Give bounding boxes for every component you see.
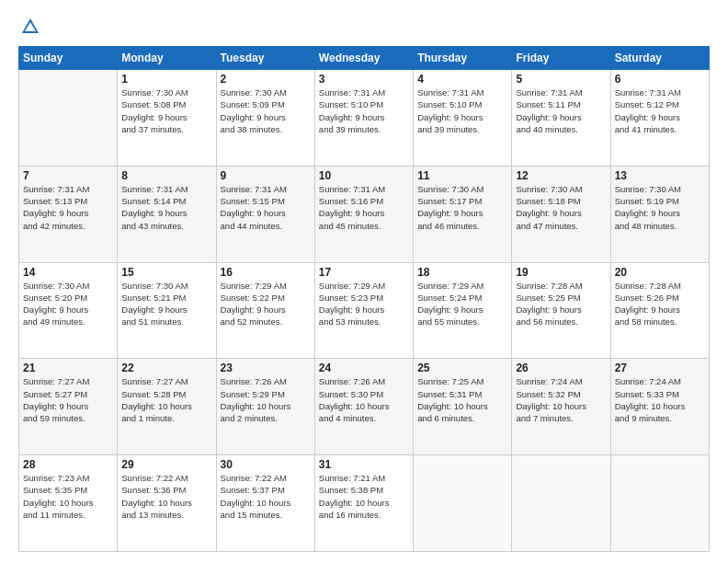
day-info: Sunrise: 7:31 AMSunset: 5:10 PMDaylight:… — [417, 86, 507, 135]
calendar-cell: 10Sunrise: 7:31 AMSunset: 5:16 PMDayligh… — [314, 166, 413, 262]
calendar-cell: 26Sunrise: 7:24 AMSunset: 5:32 PMDayligh… — [512, 359, 610, 455]
calendar-cell: 3Sunrise: 7:31 AMSunset: 5:10 PMDaylight… — [314, 70, 413, 167]
calendar-cell: 9Sunrise: 7:31 AMSunset: 5:15 PMDaylight… — [216, 166, 314, 262]
day-number: 28 — [23, 458, 113, 471]
day-number: 16 — [221, 266, 311, 279]
logo — [18, 17, 40, 37]
calendar-cell: 31Sunrise: 7:21 AMSunset: 5:38 PMDayligh… — [314, 455, 413, 552]
day-number: 31 — [319, 458, 409, 471]
header-day-sunday: Sunday — [19, 47, 118, 70]
day-info: Sunrise: 7:31 AMSunset: 5:14 PMDaylight:… — [121, 183, 211, 232]
day-info: Sunrise: 7:31 AMSunset: 5:12 PMDaylight:… — [615, 86, 705, 135]
day-info: Sunrise: 7:30 AMSunset: 5:19 PMDaylight:… — [615, 183, 705, 232]
day-number: 1 — [121, 73, 211, 86]
calendar-cell: 20Sunrise: 7:28 AMSunset: 5:26 PMDayligh… — [610, 262, 709, 359]
calendar-cell: 14Sunrise: 7:30 AMSunset: 5:20 PMDayligh… — [19, 262, 118, 359]
day-info: Sunrise: 7:29 AMSunset: 5:23 PMDaylight:… — [319, 280, 409, 328]
day-number: 2 — [221, 73, 311, 86]
day-number: 20 — [615, 266, 705, 279]
day-info: Sunrise: 7:26 AMSunset: 5:30 PMDaylight:… — [319, 375, 409, 424]
header-day-wednesday: Wednesday — [314, 47, 413, 70]
day-info: Sunrise: 7:31 AMSunset: 5:15 PMDaylight:… — [221, 183, 311, 232]
day-number: 29 — [121, 458, 211, 471]
day-info: Sunrise: 7:24 AMSunset: 5:33 PMDaylight:… — [615, 375, 705, 424]
day-number: 12 — [516, 169, 606, 182]
calendar-cell: 13Sunrise: 7:30 AMSunset: 5:19 PMDayligh… — [610, 166, 709, 262]
day-number: 22 — [121, 362, 211, 374]
day-number: 24 — [319, 362, 409, 374]
header — [18, 17, 710, 37]
header-day-friday: Friday — [512, 47, 610, 70]
day-info: Sunrise: 7:31 AMSunset: 5:10 PMDaylight:… — [319, 86, 409, 135]
day-info: Sunrise: 7:27 AMSunset: 5:28 PMDaylight:… — [121, 375, 211, 424]
day-info: Sunrise: 7:31 AMSunset: 5:16 PMDaylight:… — [319, 183, 409, 232]
day-number: 9 — [221, 169, 311, 182]
day-number: 7 — [23, 169, 113, 182]
calendar-cell: 17Sunrise: 7:29 AMSunset: 5:23 PMDayligh… — [314, 262, 413, 359]
day-info: Sunrise: 7:26 AMSunset: 5:29 PMDaylight:… — [221, 375, 311, 424]
calendar-cell: 15Sunrise: 7:30 AMSunset: 5:21 PMDayligh… — [118, 262, 216, 359]
day-number: 4 — [417, 73, 507, 86]
day-info: Sunrise: 7:22 AMSunset: 5:37 PMDaylight:… — [221, 472, 311, 521]
day-info: Sunrise: 7:30 AMSunset: 5:21 PMDaylight:… — [121, 280, 211, 328]
day-info: Sunrise: 7:31 AMSunset: 5:11 PMDaylight:… — [516, 86, 606, 135]
calendar-cell — [414, 455, 512, 552]
calendar-week-3: 14Sunrise: 7:30 AMSunset: 5:20 PMDayligh… — [19, 262, 710, 359]
calendar-cell: 18Sunrise: 7:29 AMSunset: 5:24 PMDayligh… — [414, 262, 512, 359]
day-info: Sunrise: 7:30 AMSunset: 5:18 PMDaylight:… — [516, 183, 606, 232]
calendar-cell: 21Sunrise: 7:27 AMSunset: 5:27 PMDayligh… — [19, 359, 118, 455]
calendar-cell: 27Sunrise: 7:24 AMSunset: 5:33 PMDayligh… — [610, 359, 709, 455]
day-info: Sunrise: 7:25 AMSunset: 5:31 PMDaylight:… — [417, 375, 507, 424]
calendar-cell: 8Sunrise: 7:31 AMSunset: 5:14 PMDaylight… — [118, 166, 216, 262]
calendar-cell — [610, 455, 709, 552]
day-number: 18 — [417, 266, 507, 279]
calendar-cell: 4Sunrise: 7:31 AMSunset: 5:10 PMDaylight… — [414, 70, 512, 167]
header-day-tuesday: Tuesday — [216, 47, 314, 70]
day-number: 23 — [221, 362, 311, 374]
day-number: 5 — [516, 73, 606, 86]
calendar-cell: 16Sunrise: 7:29 AMSunset: 5:22 PMDayligh… — [216, 262, 314, 359]
calendar-cell: 1Sunrise: 7:30 AMSunset: 5:08 PMDaylight… — [118, 70, 216, 167]
calendar-cell: 25Sunrise: 7:25 AMSunset: 5:31 PMDayligh… — [414, 359, 512, 455]
header-day-thursday: Thursday — [414, 47, 512, 70]
calendar-cell: 7Sunrise: 7:31 AMSunset: 5:13 PMDaylight… — [19, 166, 118, 262]
day-number: 15 — [121, 266, 211, 279]
day-info: Sunrise: 7:30 AMSunset: 5:08 PMDaylight:… — [121, 86, 211, 135]
calendar-cell: 5Sunrise: 7:31 AMSunset: 5:11 PMDaylight… — [512, 70, 610, 167]
day-info: Sunrise: 7:24 AMSunset: 5:32 PMDaylight:… — [516, 375, 606, 424]
calendar-cell: 12Sunrise: 7:30 AMSunset: 5:18 PMDayligh… — [512, 166, 610, 262]
day-number: 19 — [516, 266, 606, 279]
day-info: Sunrise: 7:30 AMSunset: 5:09 PMDaylight:… — [221, 86, 311, 135]
calendar-cell: 28Sunrise: 7:23 AMSunset: 5:35 PMDayligh… — [19, 455, 118, 552]
calendar-cell — [19, 70, 118, 167]
day-number: 10 — [319, 169, 409, 182]
day-info: Sunrise: 7:31 AMSunset: 5:13 PMDaylight:… — [23, 183, 113, 232]
calendar-cell: 22Sunrise: 7:27 AMSunset: 5:28 PMDayligh… — [118, 359, 216, 455]
calendar-cell: 30Sunrise: 7:22 AMSunset: 5:37 PMDayligh… — [216, 455, 314, 552]
day-number: 6 — [615, 73, 705, 86]
day-number: 25 — [417, 362, 507, 374]
calendar-cell: 24Sunrise: 7:26 AMSunset: 5:30 PMDayligh… — [314, 359, 413, 455]
day-number: 8 — [121, 169, 211, 182]
calendar-week-4: 21Sunrise: 7:27 AMSunset: 5:27 PMDayligh… — [19, 359, 710, 455]
calendar-week-2: 7Sunrise: 7:31 AMSunset: 5:13 PMDaylight… — [19, 166, 710, 262]
calendar-cell: 11Sunrise: 7:30 AMSunset: 5:17 PMDayligh… — [414, 166, 512, 262]
day-info: Sunrise: 7:22 AMSunset: 5:36 PMDaylight:… — [121, 472, 211, 521]
day-info: Sunrise: 7:21 AMSunset: 5:38 PMDaylight:… — [319, 472, 409, 521]
day-info: Sunrise: 7:28 AMSunset: 5:25 PMDaylight:… — [516, 280, 606, 328]
calendar-cell — [512, 455, 610, 552]
day-number: 3 — [319, 73, 409, 86]
day-number: 26 — [516, 362, 606, 374]
page: SundayMondayTuesdayWednesdayThursdayFrid… — [0, 0, 728, 563]
calendar-cell: 23Sunrise: 7:26 AMSunset: 5:29 PMDayligh… — [216, 359, 314, 455]
calendar-week-5: 28Sunrise: 7:23 AMSunset: 5:35 PMDayligh… — [19, 455, 710, 552]
day-info: Sunrise: 7:27 AMSunset: 5:27 PMDaylight:… — [23, 375, 113, 424]
day-info: Sunrise: 7:28 AMSunset: 5:26 PMDaylight:… — [615, 280, 705, 328]
calendar-cell: 2Sunrise: 7:30 AMSunset: 5:09 PMDaylight… — [216, 70, 314, 167]
day-number: 11 — [417, 169, 507, 182]
header-day-saturday: Saturday — [610, 47, 709, 70]
header-day-monday: Monday — [118, 47, 216, 70]
calendar-cell: 29Sunrise: 7:22 AMSunset: 5:36 PMDayligh… — [118, 455, 216, 552]
day-info: Sunrise: 7:23 AMSunset: 5:35 PMDaylight:… — [23, 472, 113, 521]
day-info: Sunrise: 7:29 AMSunset: 5:24 PMDaylight:… — [417, 280, 507, 328]
